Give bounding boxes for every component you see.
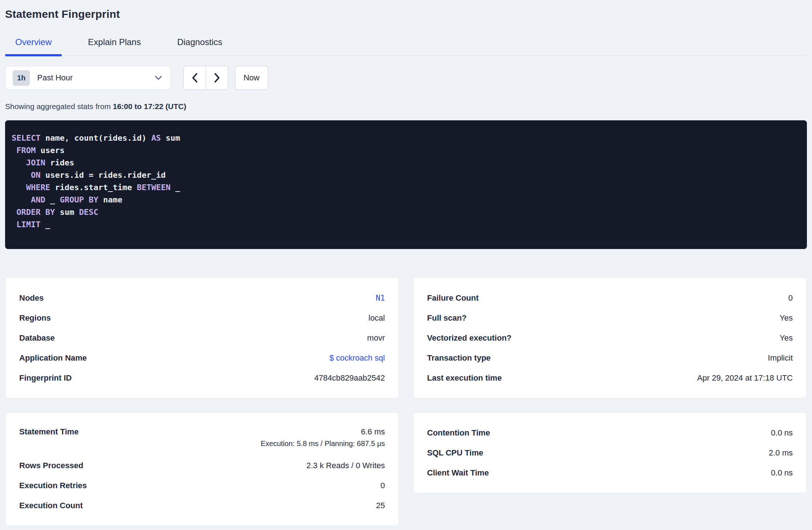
wait-times-card: Contention Time 0.0 ns SQL CPU Time 2.0 … <box>413 412 807 493</box>
regions-value: local <box>369 313 385 323</box>
execution-count-row: Execution Count 25 <box>19 495 385 515</box>
sql-cpu-time-row: SQL CPU Time 2.0 ms <box>427 443 793 463</box>
statement-details-card: Nodes N1 Regions local Database movr App… <box>5 277 399 398</box>
chevron-down-icon <box>154 75 162 80</box>
application-name-row: Application Name $ cockroach sql <box>19 348 385 368</box>
full-scan-row: Full scan? Yes <box>427 308 793 328</box>
client-wait-time-row: Client Wait Time 0.0 ns <box>427 463 793 483</box>
statement-time-value: 6.6 ms <box>361 427 385 437</box>
database-label: Database <box>19 333 55 343</box>
statement-time-subvalue: Execution: 5.8 ms / Planning: 687.5 µs <box>261 439 385 448</box>
vectorized-execution-value: Yes <box>780 333 793 343</box>
page-title: Statement Fingerprint <box>5 8 807 20</box>
contention-time-value: 0.0 ns <box>771 428 793 438</box>
summary-cards: Nodes N1 Regions local Database movr App… <box>5 277 807 526</box>
tab-diagnostics-label: Diagnostics <box>177 37 222 47</box>
prev-time-button[interactable] <box>184 66 206 89</box>
contention-time-label: Contention Time <box>427 428 490 438</box>
sql-statement-box: SELECT name, count(rides.id) AS sum FROM… <box>5 120 807 249</box>
sql-code: SELECT name, count(rides.id) AS sum FROM… <box>12 132 800 231</box>
statement-time-row: Statement Time 6.6 ms Execution: 5.8 ms … <box>19 423 385 455</box>
rows-processed-label: Rows Processed <box>19 461 83 470</box>
time-range-label: Past Hour <box>37 73 154 83</box>
nodes-label: Nodes <box>19 293 44 303</box>
chevron-left-icon <box>192 73 198 83</box>
client-wait-time-label: Client Wait Time <box>427 468 489 478</box>
tab-overview-label: Overview <box>15 37 52 47</box>
tab-overview[interactable]: Overview <box>5 37 62 55</box>
database-value: movr <box>367 333 385 343</box>
regions-label: Regions <box>19 313 51 323</box>
statement-time-values: 6.6 ms Execution: 5.8 ms / Planning: 687… <box>261 427 385 448</box>
time-range-dropdown[interactable]: 1h Past Hour <box>5 66 171 90</box>
chevron-right-icon <box>214 73 220 83</box>
now-button[interactable]: Now <box>235 66 268 90</box>
sql-cpu-time-value: 2.0 ms <box>769 448 793 458</box>
rows-processed-value: 2.3 k Reads / 0 Writes <box>306 461 385 470</box>
regions-row: Regions local <box>19 308 385 328</box>
stats-caption: Showing aggregated stats from 16:00 to 1… <box>5 102 807 111</box>
tab-diagnostics[interactable]: Diagnostics <box>167 37 232 55</box>
database-row: Database movr <box>19 328 385 348</box>
statement-timings-card: Statement Time 6.6 ms Execution: 5.8 ms … <box>5 412 399 526</box>
failure-count-label: Failure Count <box>427 293 479 303</box>
vectorized-execution-row: Vectorized execution? Yes <box>427 328 793 348</box>
stats-caption-prefix: Showing aggregated stats from <box>5 102 113 111</box>
application-name-link[interactable]: $ cockroach sql <box>329 353 385 363</box>
contention-time-row: Contention Time 0.0 ns <box>427 423 793 443</box>
rows-processed-row: Rows Processed 2.3 k Reads / 0 Writes <box>19 455 385 475</box>
next-time-button[interactable] <box>206 66 228 89</box>
transaction-type-value: Implicit <box>768 353 793 363</box>
execution-attributes-card: Failure Count 0 Full scan? Yes Vectorize… <box>413 277 807 398</box>
time-step-buttons <box>183 66 228 90</box>
transaction-type-label: Transaction type <box>427 353 491 363</box>
full-scan-label: Full scan? <box>427 313 467 323</box>
execution-retries-value: 0 <box>381 481 385 490</box>
full-scan-value: Yes <box>780 313 793 323</box>
statement-time-label: Statement Time <box>19 427 79 437</box>
application-name-label: Application Name <box>19 353 87 363</box>
last-execution-time-row: Last execution time Apr 29, 2024 at 17:1… <box>427 368 793 388</box>
time-range-badge: 1h <box>13 70 30 86</box>
execution-count-value: 25 <box>376 501 385 510</box>
statement-fingerprint-page: Statement Fingerprint Overview Explain P… <box>0 8 812 526</box>
client-wait-time-value: 0.0 ns <box>771 468 793 478</box>
nodes-link[interactable]: N1 <box>376 294 385 302</box>
last-execution-time-label: Last execution time <box>427 373 502 383</box>
fingerprint-id-label: Fingerprint ID <box>19 373 72 383</box>
stats-caption-range: 16:00 to 17:22 (UTC) <box>113 102 186 111</box>
fingerprint-id-row: Fingerprint ID 4784cb829aab2542 <box>19 368 385 388</box>
tab-explain-plans[interactable]: Explain Plans <box>78 37 151 55</box>
failure-count-value: 0 <box>788 293 793 303</box>
tab-bar: Overview Explain Plans Diagnostics <box>5 37 807 56</box>
execution-retries-label: Execution Retries <box>19 481 87 490</box>
last-execution-time-value: Apr 29, 2024 at 17:18 UTC <box>697 373 793 383</box>
sql-cpu-time-label: SQL CPU Time <box>427 448 483 458</box>
fingerprint-id-value: 4784cb829aab2542 <box>314 373 385 383</box>
execution-count-label: Execution Count <box>19 501 83 510</box>
tab-explain-plans-label: Explain Plans <box>88 37 141 47</box>
nodes-row: Nodes N1 <box>19 288 385 308</box>
transaction-type-row: Transaction type Implicit <box>427 348 793 368</box>
failure-count-row: Failure Count 0 <box>427 288 793 308</box>
execution-retries-row: Execution Retries 0 <box>19 475 385 495</box>
vectorized-execution-label: Vectorized execution? <box>427 333 511 343</box>
time-toolbar: 1h Past Hour Now <box>5 66 807 90</box>
